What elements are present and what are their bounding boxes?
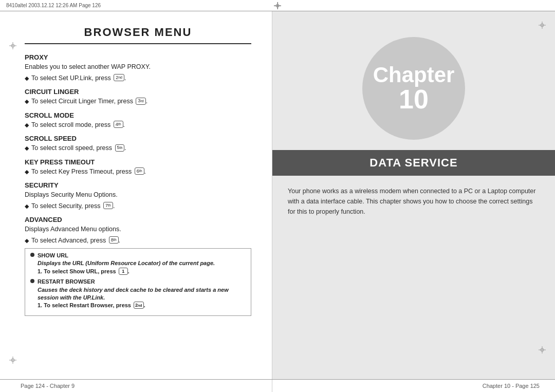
- right-body-text: Your phone works as a wireless modem whe…: [272, 176, 555, 227]
- footer: Page 124 - Chapter 9 Chapter 10 - Page 1…: [0, 379, 555, 392]
- restart-browser-desc: Causes the deck history and deck cache t…: [38, 286, 246, 302]
- chapter-label: Chapter: [373, 64, 455, 86]
- advanced-title: ADVANCED: [25, 216, 251, 223]
- section-security: SECURITY Displays Security Menu Options.…: [25, 181, 251, 211]
- circuit-linger-bullet-text: To select Circuit Linger Timer, press 3r…: [31, 97, 147, 106]
- right-column: Chapter 10 DATA SERVICE Your phone works…: [272, 11, 555, 379]
- section-key-press-timeout: KEY PRESS TIMEOUT ◆ To select Key Press …: [25, 158, 251, 177]
- key-badge-restart-browser: 2nd: [134, 302, 144, 309]
- key-badge-show-url: 1: [119, 268, 128, 275]
- key-press-timeout-title: KEY PRESS TIMEOUT: [25, 158, 251, 166]
- crosshair-bottom-left-icon: [9, 357, 16, 364]
- key-badge-5: 5th: [115, 144, 125, 152]
- key-badge-4: 4th: [114, 121, 123, 128]
- key-press-timeout-bullet: ◆ To select Key Press Timeout, press 6th…: [25, 167, 251, 177]
- main-content: BROWSER MENU PROXY Enables you to select…: [0, 11, 555, 379]
- proxy-bullet-text: To select Set UP.Link, press 2nd.: [31, 74, 126, 83]
- restart-browser-content: RESTART BROWSER Causes the deck history …: [38, 278, 246, 310]
- proxy-bullet: ◆ To select Set UP.Link, press 2nd.: [25, 74, 251, 83]
- section-advanced: ADVANCED Displays Advanced Menu options.…: [25, 216, 251, 316]
- diamond-icon: ◆: [25, 98, 29, 105]
- scroll-speed-bullet: ◆ To select scroll speed, press 5th.: [25, 144, 251, 153]
- page-container: 8410altel 2003.12.12 12:26 AM Page 126: [0, 0, 555, 392]
- show-url-title: SHOW URL: [38, 252, 246, 259]
- section-scroll-speed: SCROLL SPEED ◆ To select scroll speed, p…: [25, 135, 251, 153]
- title-underline: [25, 43, 251, 44]
- data-service-banner: DATA SERVICE: [272, 150, 555, 176]
- diamond-icon: ◆: [25, 121, 29, 129]
- advanced-body: Displays Advanced Menu options.: [25, 225, 251, 234]
- section-circuit-linger: CIRCUIT LINGER ◆ To select Circuit Linge…: [25, 88, 251, 106]
- bullet-circle-icon: [30, 253, 34, 257]
- circuit-linger-title: CIRCUIT LINGER: [25, 88, 251, 96]
- security-bullet: ◆ To select Security, press 7th.: [25, 202, 251, 211]
- proxy-title: PROXY: [25, 53, 251, 61]
- key-badge-2: 2nd: [114, 74, 124, 81]
- crosshair-top-left-icon: [9, 42, 16, 49]
- diamond-icon: ◆: [25, 237, 29, 245]
- section-proxy: PROXY Enables you to select another WAP …: [25, 53, 251, 83]
- page-title: BROWSER MENU: [25, 26, 251, 39]
- security-title: SECURITY: [25, 181, 251, 189]
- key-badge-3: 3rd: [136, 98, 145, 105]
- proxy-body: Enables you to select another WAP PROXY.: [25, 63, 251, 72]
- advanced-sub-section: SHOW URL Displays the URL (Uniform Resou…: [25, 248, 251, 316]
- footer-right: Chapter 10 - Page 125: [272, 380, 555, 392]
- advanced-bullet: ◆ To select Advanced, press 8th.: [25, 236, 251, 246]
- key-badge-8: 8th: [109, 236, 119, 244]
- key-badge-6: 6th: [135, 167, 144, 175]
- restart-browser-title: RESTART BROWSER: [38, 278, 246, 286]
- footer-left: Page 124 - Chapter 9: [0, 380, 272, 392]
- chapter-body-paragraph: Your phone works as a wireless modem whe…: [288, 186, 540, 217]
- scroll-mode-title: SCROLL MODE: [25, 111, 251, 119]
- show-url-content: SHOW URL Displays the URL (Uniform Resou…: [38, 252, 246, 275]
- crosshair-bottom-right-icon: [539, 346, 546, 353]
- scroll-speed-bullet-text: To select scroll speed, press 5th.: [31, 144, 126, 153]
- left-column: BROWSER MENU PROXY Enables you to select…: [0, 11, 272, 379]
- show-url-step: 1. To select Show URL, press 1.: [38, 268, 246, 275]
- diamond-icon: ◆: [25, 202, 29, 210]
- svg-point-2: [276, 4, 279, 7]
- bullet-circle-icon: [30, 279, 34, 283]
- circuit-linger-bullet: ◆ To select Circuit Linger Timer, press …: [25, 97, 251, 106]
- key-press-timeout-bullet-text: To select Key Press Timeout, press 6th.: [31, 167, 146, 177]
- key-badge-7: 7th: [103, 202, 113, 209]
- show-url-item: SHOW URL Displays the URL (Uniform Resou…: [30, 252, 246, 275]
- scroll-speed-title: SCROLL SPEED: [25, 135, 251, 142]
- data-service-title: DATA SERVICE: [283, 156, 545, 170]
- restart-browser-step: 1. To select Restart Browser, press 2nd.: [38, 302, 246, 309]
- show-url-desc: Displays the URL (Uniform Resource Locat…: [38, 259, 246, 267]
- section-scroll-mode: SCROLL MODE ◆ To select scroll mode, pre…: [25, 111, 251, 130]
- header-crosshair-icon: [274, 2, 281, 9]
- chapter-header: Chapter 10: [272, 11, 555, 150]
- security-bullet-text: To select Security, press 7th.: [31, 202, 115, 211]
- diamond-icon: ◆: [25, 168, 29, 176]
- restart-browser-item: RESTART BROWSER Causes the deck history …: [30, 278, 246, 310]
- header-label: 8410altel 2003.12.12 12:26 AM Page 126: [6, 3, 101, 8]
- security-body: Displays Security Menu Options.: [25, 191, 251, 200]
- diamond-icon: ◆: [25, 144, 29, 152]
- advanced-bullet-text: To select Advanced, press 8th.: [31, 236, 120, 246]
- diamond-icon: ◆: [25, 74, 29, 82]
- header-bar: 8410altel 2003.12.12 12:26 AM Page 126: [0, 0, 555, 11]
- chapter-number: 10: [399, 86, 429, 113]
- scroll-mode-bullet-text: To select scroll mode, press 4th.: [31, 121, 125, 130]
- scroll-mode-bullet: ◆ To select scroll mode, press 4th.: [25, 121, 251, 130]
- chapter-circle: Chapter 10: [362, 37, 465, 140]
